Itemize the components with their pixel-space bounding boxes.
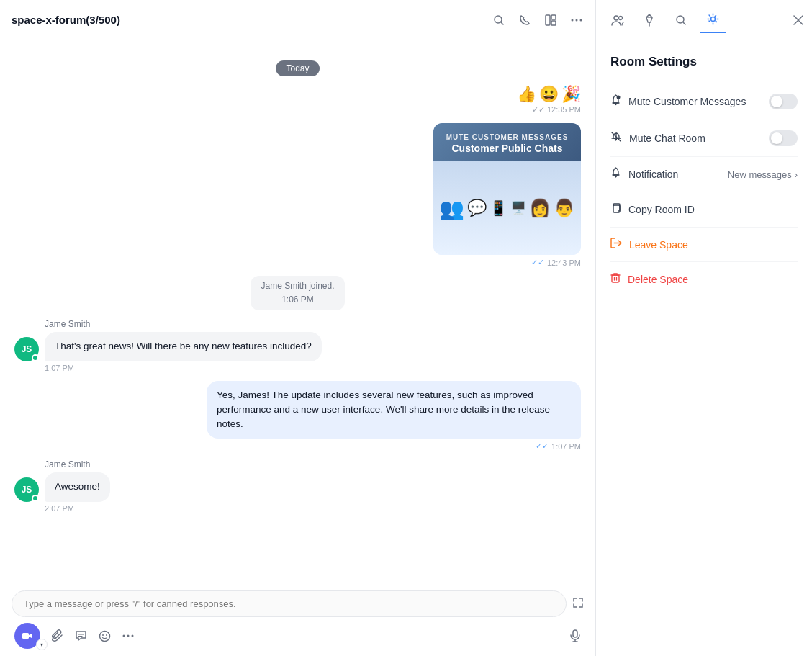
date-badge: Today	[276, 60, 319, 76]
svg-point-17	[614, 16, 618, 20]
svg-point-18	[619, 16, 623, 19]
svg-rect-2	[551, 15, 556, 19]
svg-point-5	[576, 19, 578, 21]
chat-header: space-x-forum(3/500)	[0, 0, 595, 40]
more-toolbar-icon[interactable]	[122, 634, 134, 637]
chat-container: space-x-forum(3/500)	[0, 0, 596, 656]
layout-icon[interactable]	[543, 13, 558, 27]
leave-space-row[interactable]: Leave Space	[610, 228, 798, 262]
input-area: ▾	[0, 583, 595, 656]
expand-icon[interactable]	[572, 597, 584, 611]
svg-point-13	[132, 635, 134, 637]
image-caption: Mute Customer Messages Customer Public C…	[433, 123, 581, 161]
notification-value: New messages ›	[728, 169, 798, 180]
message-time: 1:07 PM	[551, 442, 581, 451]
notification-label: Notification	[628, 169, 678, 180]
online-indicator	[32, 495, 39, 502]
online-indicator	[32, 354, 39, 361]
canned-response-icon[interactable]	[75, 630, 87, 642]
table-row: Yes, James! The update includes several …	[14, 381, 581, 451]
header-icons	[492, 13, 584, 27]
message-time: ✓✓ 12:35 PM	[532, 105, 581, 114]
svg-point-11	[123, 635, 125, 637]
chat-title: space-x-forum(3/500)	[12, 14, 120, 26]
muted-bell-icon	[610, 131, 622, 145]
svg-rect-26	[612, 275, 619, 282]
date-divider: Today	[14, 60, 581, 76]
bell-icon	[610, 94, 621, 109]
tab-pin[interactable]	[636, 7, 662, 33]
panel-title: Room Settings	[610, 55, 798, 69]
trash-icon	[610, 272, 621, 287]
message-time: 1:07 PM	[45, 364, 74, 372]
tab-users[interactable]	[605, 7, 631, 33]
copy-icon	[610, 202, 621, 217]
mute-chat-room-toggle[interactable]	[769, 130, 798, 146]
delete-space-label: Delete Space	[628, 274, 688, 285]
phone-icon[interactable]	[518, 13, 532, 27]
svg-point-23	[617, 96, 621, 99]
dropdown-arrow-icon[interactable]: ▾	[36, 639, 48, 650]
table-row: Jame Smith JS That's great news! Will th…	[14, 319, 581, 372]
tab-settings[interactable]	[700, 7, 726, 33]
notification-row[interactable]: Notification New messages ›	[610, 157, 798, 192]
sender-name: Jame Smith	[45, 319, 90, 329]
svg-point-4	[572, 19, 574, 21]
copy-room-id-row[interactable]: Copy Room ID	[610, 192, 798, 228]
mute-customer-label: Mute Customer Messages	[628, 96, 746, 107]
message-input[interactable]	[12, 590, 567, 617]
svg-rect-1	[546, 15, 550, 25]
svg-point-9	[102, 634, 104, 636]
system-message: Jame Smith joined. 1:06 PM	[14, 276, 581, 310]
video-call-button[interactable]: ▾	[14, 623, 40, 649]
system-badge: Jame Smith joined. 1:06 PM	[251, 276, 344, 310]
table-row: 👍 😀 🎉 ✓✓ 12:35 PM	[14, 85, 581, 114]
message-time: 2:07 PM	[45, 504, 74, 513]
svg-point-8	[100, 631, 110, 641]
table-row: Mute Customer Messages Customer Public C…	[14, 123, 581, 267]
read-receipt-icon: ✓✓	[531, 258, 544, 267]
leave-space-label: Leave Space	[629, 239, 688, 251]
read-receipt-icon: ✓✓	[536, 441, 549, 451]
message-bubble: That's great news! Will there be any new…	[45, 332, 322, 361]
svg-rect-14	[573, 630, 577, 637]
image-illustration: 👥 💬 📱 🖥️ 👩 👨	[433, 161, 581, 255]
delete-space-row[interactable]: Delete Space	[610, 262, 798, 297]
message-toolbar: ▾	[12, 623, 584, 649]
mute-chat-room-row: Mute Chat Room	[610, 120, 798, 157]
close-panel-button[interactable]	[793, 15, 803, 25]
more-options-icon[interactable]	[569, 13, 584, 27]
table-row: Jame Smith JS Awesome! 2:07 PM	[14, 459, 581, 512]
search-icon[interactable]	[492, 13, 506, 27]
mute-customer-messages-row: Mute Customer Messages	[610, 84, 798, 120]
right-panel: Room Settings Mute Customer Messages	[596, 0, 812, 656]
tab-search[interactable]	[668, 7, 694, 33]
svg-point-6	[580, 19, 582, 21]
chevron-right-icon: ›	[795, 169, 798, 180]
message-bubble: Awesome!	[45, 472, 110, 501]
emoji-message: 👍 😀 🎉	[517, 85, 581, 104]
messages-area: Today 👍 😀 🎉 ✓✓ 12:35 PM Mute Customer Me…	[0, 40, 595, 583]
microphone-icon[interactable]	[569, 629, 581, 642]
sender-name: Jame Smith	[45, 459, 90, 469]
message-bubble: Yes, James! The update includes several …	[207, 381, 581, 439]
message-time: 12:43 PM	[547, 259, 581, 267]
copy-room-id-label: Copy Room ID	[628, 204, 695, 215]
panel-content: Room Settings Mute Customer Messages	[596, 40, 812, 312]
emoji-icon[interactable]	[99, 630, 111, 642]
notification-bell-icon	[610, 167, 621, 181]
leave-icon	[610, 238, 622, 251]
mute-customer-toggle[interactable]	[769, 94, 798, 109]
attachment-icon[interactable]	[52, 629, 63, 642]
panel-tabs	[596, 0, 812, 40]
image-bubble: Mute Customer Messages Customer Public C…	[433, 123, 581, 255]
svg-point-12	[127, 635, 130, 637]
svg-rect-7	[22, 633, 29, 639]
svg-point-22	[710, 17, 715, 22]
svg-rect-3	[551, 21, 556, 25]
mute-chat-room-label: Mute Chat Room	[629, 132, 705, 144]
svg-point-10	[106, 634, 107, 636]
